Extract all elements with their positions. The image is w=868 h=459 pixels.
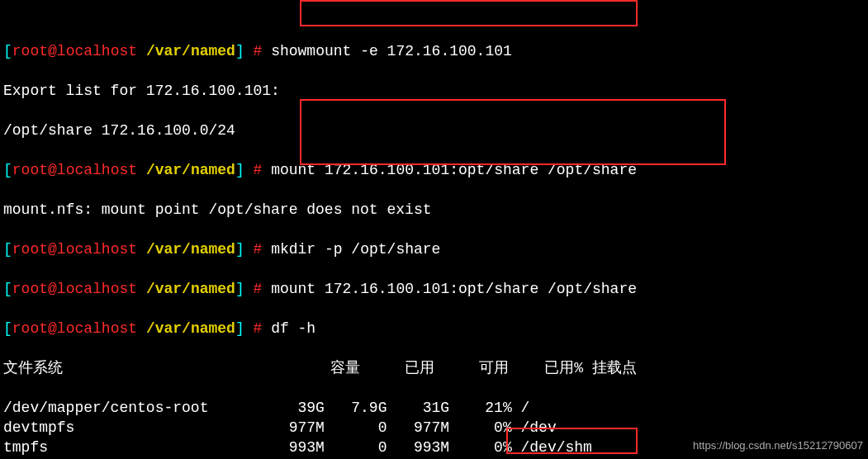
bracket-close: ]: [235, 43, 244, 59]
command-text: mount 172.16.100.101:opt/share /opt/shar…: [271, 281, 637, 297]
prompt-line[interactable]: [root@localhost /var/named] # mount 172.…: [3, 160, 865, 180]
prompt-cwd: /var/named: [146, 43, 235, 59]
prompt-at: @: [48, 43, 57, 59]
df-row: /dev/mapper/centos-root 39G 7.9G 31G 21%…: [3, 398, 865, 418]
prompt-symbol: #: [254, 43, 263, 59]
prompt-line[interactable]: [root@localhost /var/named] # df -h: [3, 319, 865, 338]
output-text: Export list for 172.16.100.101:: [3, 81, 865, 101]
output-text: /opt/share 172.16.100.0/24: [3, 121, 865, 140]
prompt-line[interactable]: [root@localhost /var/named] # showmount …: [3, 41, 865, 61]
df-row: devtmpfs 977M 0 977M 0% /dev: [3, 418, 865, 438]
prompt-line[interactable]: [root@localhost /var/named] # mount 172.…: [3, 279, 865, 299]
command-text: df -h: [271, 320, 315, 337]
prompt-host: localhost: [57, 43, 137, 59]
output-text: mount.nfs: mount point /opt/share does n…: [3, 200, 865, 220]
command-text: mkdir -p /opt/share: [271, 241, 440, 258]
command-text: mount 172.16.100.101:opt/share /opt/shar…: [271, 162, 637, 178]
command-text: showmount -e 172.16.100.101: [271, 43, 512, 59]
prompt-line[interactable]: [root@localhost /var/named] # mkdir -p /…: [3, 239, 865, 259]
bracket-open: [: [3, 43, 12, 59]
prompt-user: root: [12, 43, 48, 59]
df-header-row: 文件系统 容量 已用 可用 已用% 挂载点: [3, 358, 865, 378]
watermark-text: https://blog.csdn.net/s15212790607: [693, 436, 863, 456]
terminal-output: [root@localhost /var/named] # showmount …: [0, 0, 868, 459]
